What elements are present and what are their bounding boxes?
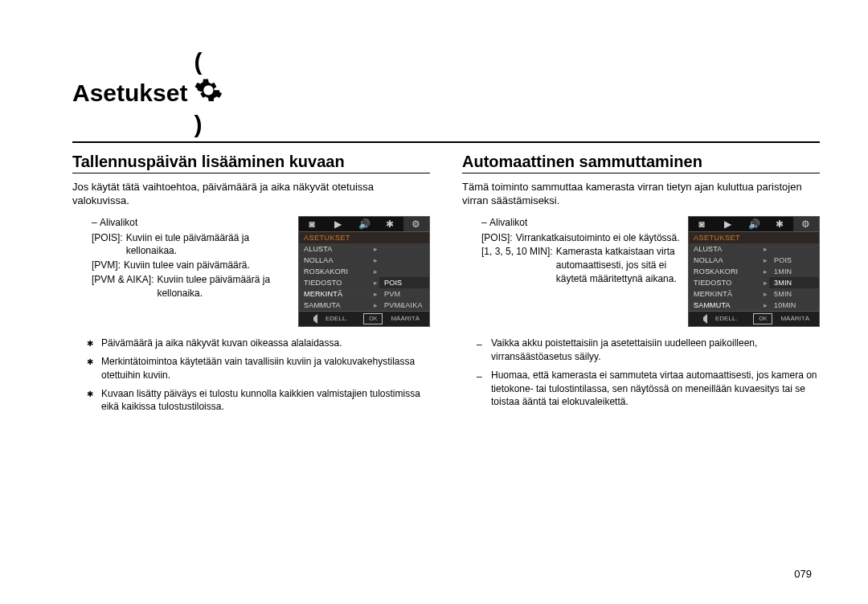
tab-icon: ▶ <box>325 217 350 231</box>
note-item: Päivämäärä ja aika näkyvät kuvan oikeass… <box>90 337 430 350</box>
note-item: Merkintätoimintoa käytetään vain tavalli… <box>90 355 430 382</box>
tab-icon: ✱ <box>377 217 403 231</box>
tab-icon: ✱ <box>767 217 792 231</box>
page-number: 079 <box>794 568 812 580</box>
ok-icon: OK <box>363 313 383 324</box>
camera-menu-screenshot: ◙ ▶ 🔊 ✱ ⚙ ASETUKSET ALUSTA▸ NOLLAA▸ ROSK… <box>298 216 430 327</box>
title-bar: Asetukset ( ) <box>72 48 820 143</box>
camera-menu-screenshot: ◙ ▶ 🔊 ✱ ⚙ ASETUKSET ALUSTA▸ NOLLAA▸POIS … <box>688 216 820 327</box>
tab-icon: 🔊 <box>741 217 767 231</box>
section-intro: Tämä toiminto sammuttaa kamerasta virran… <box>462 180 820 208</box>
ok-icon: OK <box>753 313 772 324</box>
page-title: Asetukset <box>72 80 187 107</box>
gear-icon: ⚙ <box>403 217 429 231</box>
section-auto-shutdown: Automaattinen sammuttaminen Tämä toimint… <box>462 153 820 423</box>
submenu-definitions: – Alivalikot [POIS]:Kuviin ei tule päivä… <box>72 216 290 300</box>
gear-icon: ⚙ <box>793 217 819 231</box>
section-heading: Automaattinen sammuttaminen <box>462 153 820 173</box>
section-heading: Tallennuspäivän lisääminen kuvaan <box>72 153 430 173</box>
notes-list: Päivämäärä ja aika näkyvät kuvan oikeass… <box>72 337 430 414</box>
tab-icon: 🔊 <box>351 217 377 231</box>
note-item: Kuvaan lisätty päiväys ei tulostu kunnol… <box>90 387 430 414</box>
left-arrow-icon <box>304 314 317 324</box>
note-item: Vaikka akku poistettaisiin ja asetettais… <box>480 337 820 364</box>
section-intro: Jos käytät tätä vaihtoehtoa, päivämäärä … <box>72 180 430 208</box>
section-date-imprint: Tallennuspäivän lisääminen kuvaan Jos kä… <box>72 153 430 423</box>
note-item: Huomaa, että kamerasta ei sammuteta virt… <box>480 369 820 409</box>
submenu-definitions: – Alivalikot [POIS]:Virrankatkaisutoimin… <box>462 216 680 286</box>
tab-icon: ◙ <box>299 217 325 231</box>
gear-icon: ( ) <box>194 48 223 138</box>
menu-header: ASETUKSET <box>689 232 819 243</box>
menu-header: ASETUKSET <box>299 232 429 243</box>
notes-list: Vaikka akku poistettaisiin ja asetettais… <box>462 337 820 409</box>
tab-icon: ▶ <box>714 217 740 231</box>
left-arrow-icon <box>694 314 707 324</box>
tab-icon: ◙ <box>689 217 714 231</box>
